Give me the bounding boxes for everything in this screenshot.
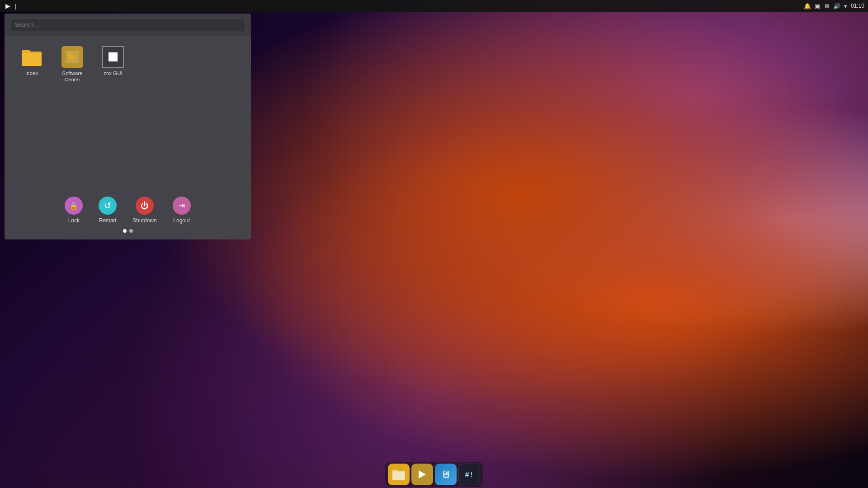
search-input[interactable] [10, 18, 245, 31]
menu-button[interactable]: ▶ [4, 1, 12, 10]
dock-item-files[interactable] [388, 464, 410, 485]
app-item-znx-gui[interactable]: znx GUI [95, 42, 131, 87]
logout-icon-circle: ⇥ [173, 197, 191, 215]
media-control-icon[interactable]: ▣ [815, 3, 820, 9]
taskbar-bottom: 🖥 #! [0, 461, 868, 488]
shutdown-label: Shutdown [132, 217, 156, 224]
softcenter-icon-inner [66, 51, 79, 63]
softcenter-icon-bg [61, 46, 83, 68]
dots-indicator [123, 229, 133, 233]
logout-icon: ⇥ [178, 201, 185, 211]
restart-label: Restart [99, 217, 117, 224]
app-label-index: Index [25, 70, 38, 77]
shutdown-button[interactable]: ⏻ Shutdown [132, 197, 156, 224]
dropdown-icon[interactable]: ▾ [844, 3, 847, 9]
znx-icon-inner [108, 52, 118, 61]
app-item-software-center[interactable]: Software Center [54, 42, 90, 87]
dock-display-icon: 🖥 [441, 469, 451, 480]
session-controls: 🔒 Lock ↺ Restart ⏻ Shutdown ⇥ [5, 192, 251, 239]
dot-2[interactable] [129, 229, 133, 233]
dot-1[interactable] [123, 229, 127, 233]
dock-terminal-icon: #! [465, 470, 473, 479]
search-bar-container [5, 14, 251, 36]
folder-icon [21, 47, 42, 67]
app-grid: Index Software Center znx GUI [5, 36, 251, 192]
active-app-indicator: | [15, 3, 16, 9]
play-icon [69, 53, 75, 61]
dock: 🖥 #! [385, 462, 483, 487]
taskbar-top: ▶ | 🔔 ▣ 🖥 🔊 ▾ 01:10 [0, 0, 868, 12]
restart-button[interactable]: ↺ Restart [99, 197, 117, 224]
app-icon-znx-gui [102, 46, 124, 68]
lock-icon: 🔒 [69, 202, 78, 210]
dock-item-terminal[interactable]: #! [458, 464, 480, 485]
app-label-software-center: Software Center [57, 70, 88, 83]
shutdown-icon: ⏻ [141, 201, 149, 211]
dock-item-display[interactable]: 🖥 [435, 464, 457, 485]
restart-icon-circle: ↺ [99, 197, 117, 215]
bell-icon[interactable]: 🔔 [804, 3, 811, 9]
app-label-znx-gui: znx GUI [104, 70, 123, 77]
lock-button[interactable]: 🔒 Lock [65, 197, 83, 224]
monitor-icon[interactable]: 🖥 [824, 3, 830, 9]
lock-label: Lock [68, 217, 80, 224]
dock-folder-icon [392, 468, 406, 481]
clock-display: 01:10 [851, 3, 864, 9]
restart-icon: ↺ [104, 200, 112, 211]
taskbar-right: 🔔 ▣ 🖥 🔊 ▾ 01:10 [804, 3, 864, 9]
znx-icon-bg [102, 46, 124, 68]
app-icon-index [21, 46, 42, 68]
dock-item-software[interactable] [411, 464, 433, 485]
shutdown-icon-circle: ⏻ [136, 197, 154, 215]
session-buttons-row: 🔒 Lock ↺ Restart ⏻ Shutdown ⇥ [65, 197, 190, 224]
app-launcher-panel: Index Software Center znx GUI [5, 14, 251, 239]
logout-label: Logout [173, 217, 190, 224]
lock-icon-circle: 🔒 [65, 197, 83, 215]
app-icon-software-center [61, 46, 83, 68]
volume-icon[interactable]: 🔊 [833, 3, 840, 9]
app-item-index[interactable]: Index [14, 42, 50, 87]
dock-play-icon [419, 470, 426, 479]
logout-button[interactable]: ⇥ Logout [173, 197, 191, 224]
taskbar-left: ▶ | [4, 1, 804, 10]
